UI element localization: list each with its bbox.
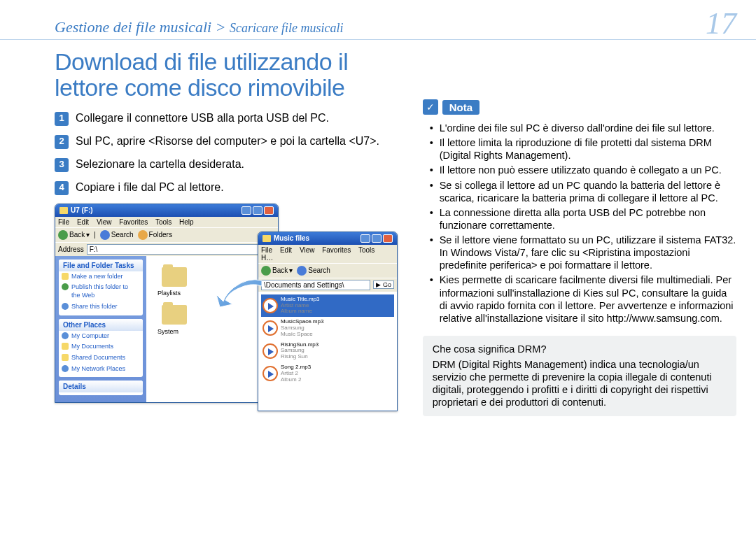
- note-item: Kies permette di scaricare facilmente di…: [433, 273, 736, 325]
- addressbar: Address: [55, 242, 278, 256]
- menu-item: Favorites: [119, 218, 148, 226]
- menu-item: File: [58, 218, 69, 226]
- menubar: File Edit View Favorites Tools Help: [55, 217, 278, 227]
- music-item: Music Title.mp3Artist nameAlbum name: [261, 294, 394, 317]
- sidebar-link: Publish this folder to the Web: [59, 282, 143, 301]
- sidebar-link: My Computer: [59, 331, 143, 342]
- maximize-icon: [372, 234, 382, 243]
- note-item: Il lettore limita la riproduzione di fil…: [433, 136, 736, 162]
- window-title: Music files: [274, 234, 309, 242]
- address-label: Address: [58, 246, 84, 253]
- maximize-icon: [253, 206, 262, 215]
- toolbar: Back ▾ | Search Folders: [55, 227, 278, 242]
- step-item: 4 Copiare i file dal PC al lettore.: [55, 180, 395, 195]
- close-icon: [383, 234, 393, 243]
- step-number-badge: 1: [55, 112, 69, 126]
- panel-title: File and Folder Tasks: [59, 260, 143, 271]
- explorer-sidebar: File and Folder Tasks Make a new folder …: [55, 256, 146, 403]
- step-number-badge: 3: [55, 158, 69, 172]
- drm-info-box: Che cosa significa DRM? DRM (Digital Rig…: [423, 336, 736, 416]
- media-icon: [262, 343, 278, 359]
- menu-item: File: [261, 246, 272, 254]
- music-file-list: Music Title.mp3Artist nameAlbum name Mus…: [258, 292, 397, 411]
- search-icon: [100, 230, 110, 240]
- sidebar-link: Make a new folder: [59, 271, 143, 283]
- note-heading: Nota: [423, 99, 479, 115]
- folders-label: Folders: [149, 231, 172, 239]
- folder-icon: [162, 305, 187, 325]
- back-label: Back: [272, 266, 288, 274]
- music-item: RisingSun.mp3SamsungRising Sun: [261, 340, 394, 362]
- divider: [0, 39, 756, 40]
- step-text: Collegare il connettore USB alla porta U…: [76, 111, 395, 126]
- breadcrumb-main: Gestione dei file musicali >: [55, 18, 230, 36]
- note-list: L'ordine dei file sul PC è diverso dall'…: [433, 122, 736, 325]
- titlebar: Music files: [258, 232, 397, 245]
- explorer-window-music: Music files File Edit View Favorites Too…: [258, 232, 398, 411]
- drm-heading: Che cosa significa DRM?: [433, 343, 727, 355]
- menu-item: Favorites: [322, 246, 351, 254]
- step-number-badge: 2: [55, 135, 69, 149]
- step-text: Copiare i file dal PC al lettore.: [76, 180, 395, 195]
- window-title: U7 (F:): [71, 206, 93, 214]
- sidebar-link: Shared Documents: [59, 353, 143, 364]
- folder-label: System: [158, 328, 178, 335]
- note-item: Se si collega il lettore ad un PC quando…: [433, 179, 736, 204]
- step-number-badge: 4: [55, 181, 69, 195]
- left-column: Download di file utilizzando il lettore …: [55, 49, 395, 516]
- screenshot-illustration: U7 (F:) File Edit View Favorites Tools H…: [55, 204, 395, 404]
- menu-item: Tools: [358, 246, 374, 254]
- step-list: 1 Collegare il connettore USB alla porta…: [55, 111, 395, 195]
- note-item: Il lettore non può essere utilizzato qua…: [433, 164, 736, 176]
- step-text: Selezionare la cartella desiderata.: [76, 157, 395, 172]
- music-item: Song 2.mp3Artist 2Album 2: [261, 362, 394, 385]
- sidebar-link: My Network Places: [59, 364, 143, 375]
- back-label: Back: [69, 231, 85, 239]
- panel-title: Other Places: [59, 319, 143, 331]
- toolbar: Back ▾ Search: [258, 263, 397, 278]
- back-icon: [58, 230, 68, 240]
- search-label: Search: [111, 231, 134, 239]
- page-title: Download di file utilizzando il lettore …: [55, 49, 395, 101]
- address-input: [261, 280, 370, 290]
- minimize-icon: [241, 206, 251, 215]
- right-column: Nota L'ordine dei file sul PC è diverso …: [423, 49, 736, 516]
- minimize-icon: [360, 234, 370, 243]
- drm-body: DRM (Digital Rights Management) indica u…: [433, 358, 727, 409]
- media-icon: [262, 366, 278, 381]
- search-label: Search: [308, 266, 330, 274]
- menu-item: Help: [179, 218, 194, 226]
- media-icon: [262, 320, 278, 336]
- folder-item: System: [158, 302, 200, 335]
- note-label: Nota: [442, 100, 479, 115]
- step-item: 2 Sul PC, aprire <Risorse del computer> …: [55, 134, 395, 149]
- folder-icon: [59, 207, 68, 214]
- search-icon: [297, 266, 307, 276]
- panel-title: Details: [59, 381, 143, 392]
- folder-label: Playlists: [158, 290, 181, 297]
- folders-icon: [138, 230, 148, 240]
- step-item: 1 Collegare il connettore USB alla porta…: [55, 111, 395, 126]
- breadcrumb: Gestione dei file musicali > Scaricare f…: [55, 18, 701, 36]
- folder-item: Playlists: [158, 264, 200, 297]
- step-item: 3 Selezionare la cartella desiderata.: [55, 157, 395, 172]
- drag-arrow-icon: [213, 273, 269, 308]
- note-item: La connessione diretta alla porta USB de…: [433, 206, 736, 232]
- menu-item: View: [97, 218, 112, 226]
- step-text: Sul PC, aprire <Risorse del computer> e …: [76, 134, 395, 149]
- sidebar-link: My Documents: [59, 341, 143, 353]
- content-columns: Download di file utilizzando il lettore …: [55, 49, 736, 516]
- sidebar-link: Share this folder: [59, 301, 143, 313]
- menu-item: Edit: [280, 246, 292, 254]
- folder-icon: [262, 235, 271, 242]
- close-icon: [264, 206, 274, 215]
- breadcrumb-sub: Scaricare file musicali: [230, 21, 343, 35]
- note-item: L'ordine dei file sul PC è diverso dall'…: [433, 122, 736, 134]
- menu-item: Tools: [155, 218, 172, 226]
- menu-item: View: [300, 246, 315, 254]
- address-input: [87, 244, 275, 255]
- addressbar: ▶ Go: [258, 278, 397, 292]
- titlebar: U7 (F:): [55, 204, 278, 217]
- go-button: ▶ Go: [373, 280, 394, 289]
- note-item: Se il lettore viene formattato su un PC,…: [433, 234, 736, 271]
